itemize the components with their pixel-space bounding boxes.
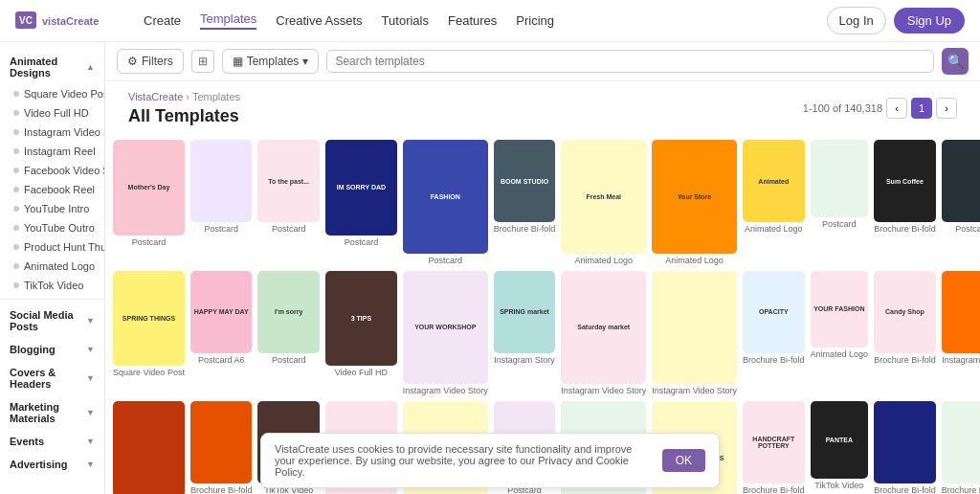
template-card[interactable]: PANTEATikTok Video — [811, 401, 869, 494]
page-count-label: 1-100 of 140,318 — [803, 102, 882, 114]
template-label: Video Full HD — [325, 368, 397, 377]
login-button[interactable]: Log In — [827, 7, 886, 34]
template-label: Animated Logo — [652, 256, 737, 265]
template-card[interactable]: YOUR WORKSHOPInstagram Video Story — [403, 271, 488, 396]
template-card[interactable]: BOOM STUDIOBrochure Bi-fold — [494, 140, 556, 265]
sidebar-item-square-video-post[interactable]: Square Video Post — [0, 84, 104, 103]
template-label: Instagram Story — [942, 355, 980, 365]
template-card[interactable]: Sum CoffeeBrochure Bi-fold — [874, 140, 936, 265]
template-label: Postcard — [942, 224, 980, 234]
sidebar-item-youtube-intro[interactable]: YouTube Intro — [0, 199, 104, 218]
template-label: Postcard — [113, 237, 185, 247]
search-input[interactable] — [335, 55, 925, 68]
sidebar-section-blogging[interactable]: Blogging ▼ — [0, 338, 104, 361]
sidebar-item-product-hunt-thumbnail[interactable]: Product Hunt Thumbn. — [0, 237, 104, 257]
nav-templates[interactable]: Templates — [200, 11, 256, 30]
search-icon: 🔍 — [947, 54, 964, 69]
sidebar-item-instagram-video-story[interactable]: Instagram Video Story — [0, 123, 104, 142]
template-label: Brochure Bi-fold — [190, 485, 253, 494]
template-label: Brochure Bi-fold — [874, 485, 936, 494]
sidebar-item-facebook-reel[interactable]: Facebook Reel — [0, 180, 104, 199]
sidebar-item-youtube-outro[interactable]: YouTube Outro — [0, 218, 104, 237]
breadcrumb-root[interactable]: VistaCreate — [128, 91, 183, 102]
sidebar-section-animated-designs[interactable]: Animated Designs ▲ — [0, 50, 104, 84]
nav-creative-assets[interactable]: Creative Assets — [276, 13, 362, 28]
chevron-down-icon-advertising: ▼ — [86, 460, 95, 469]
template-label: Animated Logo — [811, 349, 869, 359]
template-label: Instagram Video Story — [561, 386, 646, 395]
template-card[interactable]: FASHIONPostcard — [403, 140, 488, 265]
svg-text:vistaCreate: vistaCreate — [42, 15, 99, 27]
template-card[interactable]: Your StoreAnimated Logo — [652, 140, 737, 265]
template-card[interactable]: OPACITYBrochure Bi-fold — [743, 271, 805, 396]
pagination: 1-100 of 140,318 ‹ 1 › — [791, 96, 969, 123]
nav-pricing[interactable]: Pricing — [516, 13, 554, 28]
template-card[interactable]: To the past...Postcard — [257, 140, 320, 265]
prev-page-button[interactable]: ‹ — [886, 98, 907, 119]
cookie-ok-button[interactable]: OK — [662, 449, 705, 472]
chevron-up-icon: ▲ — [86, 62, 95, 72]
sidebar-section-covers[interactable]: Covers & Headers ▼ — [0, 361, 104, 395]
chevron-down-icon-events: ▼ — [86, 437, 95, 446]
sidebar-section-events[interactable]: Events ▼ — [0, 430, 104, 453]
template-card[interactable]: 3 TIPSVideo Full HD — [325, 271, 397, 396]
nav-features[interactable]: Features — [448, 13, 497, 28]
sidebar-item-tiktok-video[interactable]: TikTok Video — [0, 276, 104, 295]
template-label: TikTok Video — [811, 481, 869, 490]
template-card[interactable]: YOUR FASHIONAnimated Logo — [811, 271, 869, 396]
template-card[interactable]: AnimatedAnimated Logo — [743, 140, 805, 265]
template-label: Brochure Bi-fold — [743, 355, 805, 365]
templates-dropdown[interactable]: ▦ Templates ▾ — [222, 49, 320, 74]
signup-button[interactable]: Sign Up — [894, 8, 965, 34]
sidebar-section-social-media[interactable]: Social Media Posts ▼ — [0, 303, 104, 338]
template-label: Brochure Bi-fold — [942, 485, 980, 494]
nav-create[interactable]: Create — [144, 13, 181, 28]
template-card[interactable]: Brochure Bi-fold — [942, 401, 980, 494]
logo[interactable]: VC vistaCreate — [15, 11, 121, 31]
sidebar-item-video-full-hd[interactable]: Video Full HD — [0, 103, 104, 123]
template-card[interactable]: Brochure Bi-fold — [190, 401, 253, 494]
template-card[interactable]: Postcard — [811, 140, 869, 265]
collapse-button[interactable]: ⊞ — [191, 50, 214, 73]
cookie-text: VistaCreate uses cookies to provide nece… — [275, 443, 653, 478]
search-bar — [326, 50, 934, 73]
template-label: Postcard A6 — [190, 355, 253, 365]
template-card[interactable]: Candy ShopBrochure Bi-fold — [874, 271, 936, 396]
sidebar-item-animated-logo[interactable]: Animated Logo — [0, 257, 104, 276]
svg-text:VC: VC — [19, 15, 33, 26]
dropdown-arrow-icon: ▾ — [302, 55, 308, 68]
content-area: ⚙ Filters ⊞ ▦ Templates ▾ 🔍 VistaCrea — [105, 42, 980, 494]
template-label: Postcard — [257, 224, 320, 234]
template-card[interactable]: Postcard — [190, 140, 253, 265]
sidebar-section-marketing[interactable]: Marketing Materials ▼ — [0, 395, 104, 430]
template-card[interactable]: IM SORRY DADPostcard — [325, 140, 397, 265]
template-card[interactable]: Brochure Bi-fold — [874, 401, 936, 494]
template-card[interactable]: SPRING marketInstagram Story — [494, 271, 556, 396]
template-card[interactable]: Saturday marketInstagram Video Story — [561, 271, 646, 396]
next-page-button[interactable]: › — [936, 98, 957, 119]
chevron-down-icon-covers: ▼ — [86, 373, 95, 383]
sidebar-item-facebook-video-story[interactable]: Facebook Video Story — [0, 161, 104, 180]
template-card[interactable]: I'm sorryPostcard — [257, 271, 320, 396]
template-card[interactable]: HAPPY MAY DAYPostcard A6 — [190, 271, 253, 396]
template-card[interactable]: Fresh MealAnimated Logo — [561, 140, 646, 265]
sidebar-item-instagram-reel[interactable]: Instagram Reel — [0, 142, 104, 161]
toolbar: ⚙ Filters ⊞ ▦ Templates ▾ 🔍 — [105, 42, 980, 81]
template-card[interactable]: Instagram Video Story — [652, 271, 737, 396]
search-button[interactable]: 🔍 — [942, 48, 969, 75]
template-card[interactable]: Mother's DayPostcard — [113, 140, 185, 265]
filter-icon: ⚙ — [127, 55, 138, 68]
filters-button[interactable]: ⚙ Filters — [117, 49, 184, 74]
template-card[interactable]: Instagram Story — [942, 271, 980, 396]
current-page-button[interactable]: 1 — [911, 98, 932, 119]
sidebar-section-advertising[interactable]: Advertising ▼ — [0, 453, 104, 476]
template-label: Animated Logo — [743, 224, 805, 234]
template-card[interactable]: SPRING THINGSSquare Video Post — [113, 271, 185, 396]
nav-tutorials[interactable]: Tutorials — [382, 13, 429, 28]
template-label: Postcard — [257, 355, 320, 365]
chevron-down-icon-marketing: ▼ — [86, 408, 95, 417]
template-card[interactable]: Brochure Bi-fold — [113, 401, 185, 494]
template-card[interactable]: Postcard — [942, 140, 980, 265]
template-card[interactable]: HANDCRAFT POTTERYBrochure Bi-fold — [743, 401, 805, 494]
sidebar: Animated Designs ▲ Square Video Post Vid… — [0, 42, 105, 494]
